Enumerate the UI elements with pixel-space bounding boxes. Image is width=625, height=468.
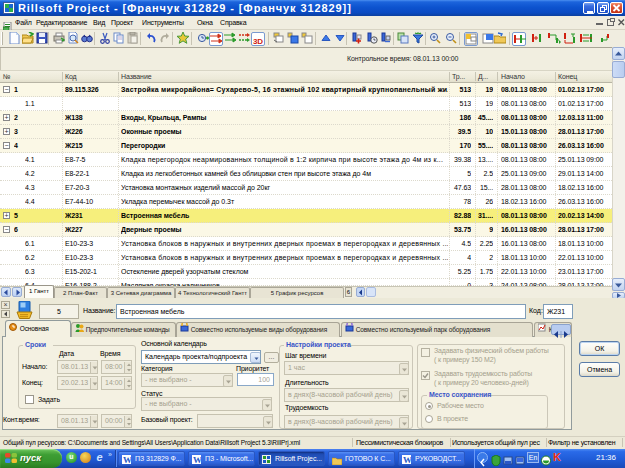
- svg-text:W: W: [193, 455, 201, 464]
- svg-text:W: W: [123, 455, 131, 464]
- svg-text:W: W: [403, 455, 411, 464]
